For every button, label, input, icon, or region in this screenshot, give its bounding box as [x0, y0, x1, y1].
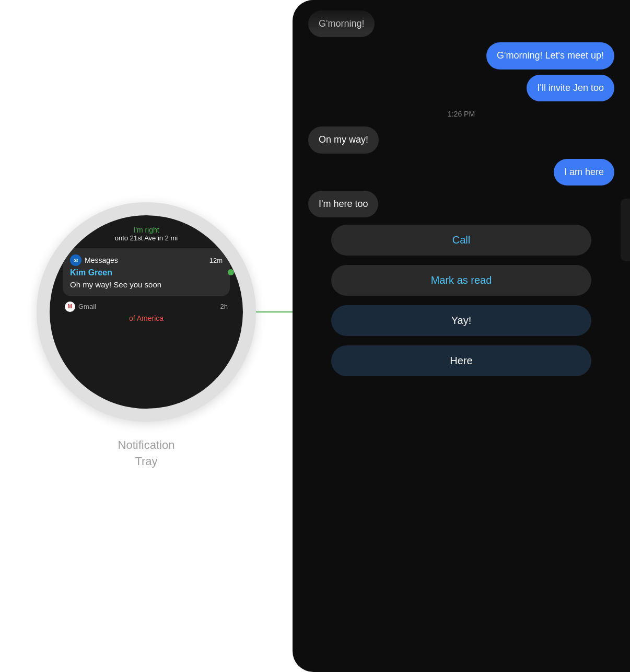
- call-action[interactable]: Call: [308, 225, 614, 256]
- mark-as-read-label: Mark as read: [431, 274, 492, 286]
- watch-nav-text: I'm right: [63, 226, 230, 234]
- message-item: I'm here too: [308, 191, 378, 217]
- notif-app-name: Messages: [85, 256, 118, 264]
- messages-list: G'morning! G'morning! Let's meet up! I'l…: [303, 0, 620, 389]
- gmail-icon: M: [65, 302, 75, 312]
- call-button-label: Call: [452, 234, 470, 246]
- bubble-text: I'm here too: [308, 191, 378, 217]
- notification-card[interactable]: ✉ Messages 12m Kim Green Oh my way! See …: [63, 248, 230, 296]
- watch-screen: I'm right onto 21st Ave in 2 mi ✉ Messag…: [50, 215, 243, 409]
- mark-as-read-button[interactable]: Mark as read: [331, 265, 591, 296]
- message-item: G'morning! Let's meet up!: [486, 42, 614, 69]
- notification-tray-label: Notification Tray: [118, 437, 175, 470]
- yay-label: Yay!: [451, 315, 472, 326]
- here-button[interactable]: Here: [331, 345, 591, 376]
- message-item: On my way!: [308, 126, 379, 153]
- bubble-text: On my way!: [308, 126, 379, 153]
- gmail-row: M Gmail 2h: [63, 302, 230, 312]
- side-pill: [621, 199, 630, 261]
- message-item: I'll invite Jen too: [527, 75, 614, 101]
- bubble-text: G'morning!: [308, 10, 375, 37]
- yay-button[interactable]: Yay!: [331, 305, 591, 336]
- bubble-text: I am here: [554, 159, 614, 186]
- bubble-text: I'll invite Jen too: [527, 75, 614, 101]
- bubble-text: G'morning! Let's meet up!: [486, 42, 614, 69]
- gmail-left: M Gmail: [65, 302, 96, 312]
- bank-text: of America: [63, 314, 230, 322]
- notif-header-left: ✉ Messages: [70, 254, 118, 266]
- notif-message: Oh my way! See you soon: [70, 280, 223, 290]
- messages-icon: ✉: [70, 254, 81, 266]
- gmail-label: Gmail: [78, 303, 96, 310]
- left-panel: I'm right onto 21st Ave in 2 mi ✉ Messag…: [0, 0, 293, 672]
- watch-subtitle: onto 21st Ave in 2 mi: [63, 234, 230, 242]
- notif-sender: Kim Green: [70, 268, 223, 277]
- here-reply[interactable]: Here: [308, 345, 614, 376]
- notif-time: 12m: [209, 257, 223, 264]
- message-item: I am here: [554, 159, 614, 186]
- notif-header: ✉ Messages 12m: [70, 254, 223, 266]
- here-label: Here: [450, 355, 472, 366]
- timestamp: 1:26 PM: [308, 110, 614, 118]
- watch-container: I'm right onto 21st Ave in 2 mi ✉ Messag…: [37, 202, 256, 422]
- watch-circle: I'm right onto 21st Ave in 2 mi ✉ Messag…: [37, 202, 256, 422]
- mark-as-read-action[interactable]: Mark as read: [308, 265, 614, 296]
- right-panel: G'morning! G'morning! Let's meet up! I'l…: [293, 0, 630, 672]
- gmail-time: 2h: [220, 303, 228, 310]
- message-item: G'morning!: [308, 10, 375, 37]
- unread-dot: [228, 269, 234, 275]
- yay-reply[interactable]: Yay!: [308, 305, 614, 336]
- call-button[interactable]: Call: [331, 225, 591, 256]
